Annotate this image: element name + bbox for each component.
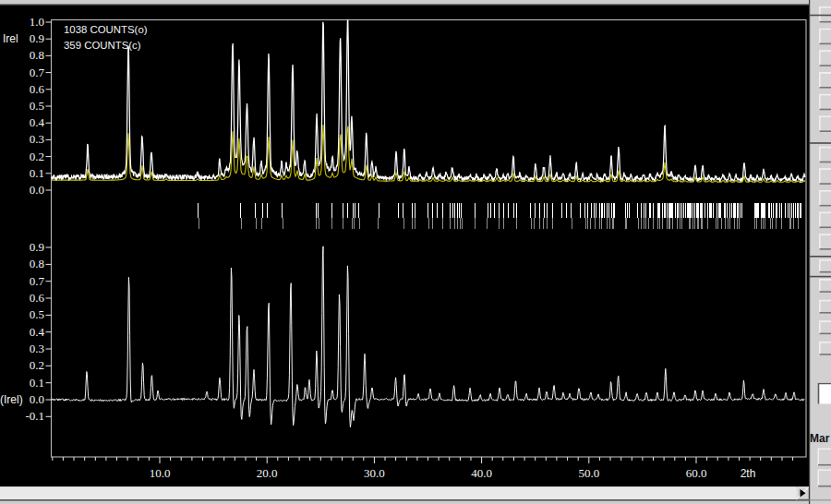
svg-text:0.4: 0.4 bbox=[30, 115, 45, 129]
svg-text:0.1: 0.1 bbox=[30, 166, 44, 180]
svg-text:0.1: 0.1 bbox=[30, 376, 44, 390]
svg-text:40.0: 40.0 bbox=[471, 466, 492, 480]
svg-text:2th: 2th bbox=[741, 467, 756, 480]
svg-text:0.0: 0.0 bbox=[30, 183, 44, 197]
svg-text:0.8: 0.8 bbox=[30, 257, 44, 270]
svg-text:0.9: 0.9 bbox=[30, 31, 44, 45]
svg-text:0.2: 0.2 bbox=[30, 358, 44, 372]
svg-text:0.2: 0.2 bbox=[30, 150, 44, 163]
svg-text:0.4: 0.4 bbox=[30, 325, 45, 339]
svg-text:0.6: 0.6 bbox=[30, 82, 45, 96]
svg-text:0.6: 0.6 bbox=[30, 291, 45, 305]
svg-text:0.0: 0.0 bbox=[30, 392, 44, 406]
svg-text:60.0: 60.0 bbox=[686, 466, 707, 480]
svg-text:1038 COUNTS(o): 1038 COUNTS(o) bbox=[64, 24, 148, 35]
svg-text:0.5: 0.5 bbox=[30, 99, 44, 113]
svg-text:Irel: Irel bbox=[3, 32, 18, 45]
svg-text:-0.1: -0.1 bbox=[25, 409, 44, 423]
svg-text:10.0: 10.0 bbox=[150, 466, 171, 480]
svg-text:30.0: 30.0 bbox=[364, 466, 385, 480]
svg-text:359 COUNTS(c): 359 COUNTS(c) bbox=[64, 40, 141, 51]
svg-text:0.8: 0.8 bbox=[30, 48, 44, 62]
svg-text:0.5: 0.5 bbox=[30, 307, 44, 321]
svg-text:50.0: 50.0 bbox=[578, 466, 599, 480]
svg-text:0.9: 0.9 bbox=[30, 240, 44, 254]
svg-text:0.3: 0.3 bbox=[30, 342, 44, 355]
svg-text:Mar: Mar bbox=[810, 432, 830, 445]
svg-text:0.3: 0.3 bbox=[30, 132, 44, 146]
svg-text:(Irel): (Irel) bbox=[0, 393, 23, 406]
svg-text:0.7: 0.7 bbox=[30, 274, 45, 288]
svg-text:20.0: 20.0 bbox=[257, 466, 278, 480]
svg-text:1.0: 1.0 bbox=[30, 15, 44, 29]
svg-text:0.7: 0.7 bbox=[30, 66, 45, 79]
